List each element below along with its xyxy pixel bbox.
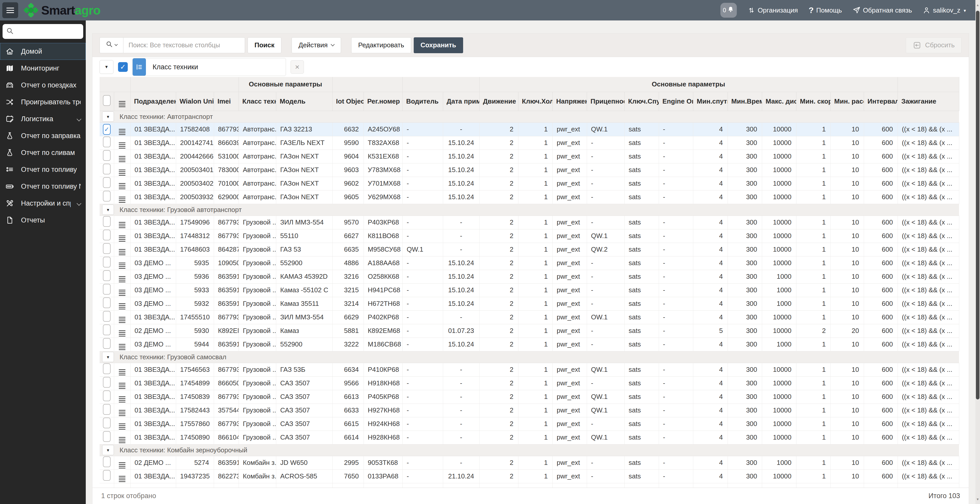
row-checkbox[interactable]: [100, 177, 114, 190]
table-row[interactable]: 01 ЗВЕЗДА...17557860867793036...Грузовой…: [100, 417, 959, 431]
sidebar-search-box[interactable]: [3, 24, 83, 39]
row-menu-button[interactable]: [114, 469, 130, 483]
table-row[interactable]: 01 ЗВЕЗДА...17549096867793036...Грузовой…: [100, 216, 959, 229]
table-row[interactable]: 01 ЗВЕЗДА...17450890866104022...Грузовой…: [100, 431, 959, 444]
table-row[interactable]: 01 ЗВЕЗДА...17450839867793036...Грузовой…: [100, 390, 959, 404]
table-row[interactable]: 03 ДЕМО ...5936863591023...Грузовой ...К…: [100, 270, 959, 283]
row-checkbox[interactable]: [100, 311, 114, 324]
user-menu-item[interactable]: salikov_z ▼: [923, 6, 967, 14]
filter-dropdown-button[interactable]: ▼: [100, 60, 113, 74]
save-button[interactable]: Сохранить: [414, 37, 463, 53]
row-checkbox[interactable]: [100, 283, 114, 297]
sidebar-item-fuel-report-new[interactable]: Отчет по топливу NEW: [0, 178, 86, 195]
row-menu-button[interactable]: [114, 122, 130, 136]
column-header-voditel[interactable]: Водитель: [402, 92, 443, 111]
row-menu-button[interactable]: [114, 324, 130, 338]
column-header-reg-nomer[interactable]: Рег.номер: [364, 92, 402, 111]
actions-button[interactable]: Действия: [291, 37, 341, 53]
table-row[interactable]: 01 ЗВЕЗДА...200503401783000000...Автотра…: [100, 163, 959, 177]
column-header-klass-tekhniki[interactable]: Класс техник: [239, 92, 276, 111]
sidebar-item-track-player[interactable]: Проигрыватель треков: [0, 94, 86, 111]
row-checkbox[interactable]: [100, 229, 114, 242]
row-menu-button[interactable]: [114, 150, 130, 163]
column-header-dvizhenie[interactable]: Движение: [479, 92, 518, 111]
search-scope-button[interactable]: [100, 37, 123, 53]
table-row[interactable]: 03 ДЕМО ...5935109050851...Грузовой ...5…: [100, 256, 959, 270]
row-menu-button[interactable]: [114, 136, 130, 150]
remove-filter-button[interactable]: ×: [291, 60, 304, 74]
row-menu-button[interactable]: [114, 283, 130, 297]
row-checkbox[interactable]: [100, 242, 114, 256]
sidebar-item-refuel-report[interactable]: Отчет по заправкам: [0, 127, 86, 144]
row-checkbox[interactable]: [100, 469, 114, 483]
table-row[interactable]: 01 ЗВЕЗДА...200503402701000001Автотранс.…: [100, 177, 959, 190]
row-checkbox[interactable]: [100, 324, 114, 338]
table-row[interactable]: 02 ДЕМО ...5930К892ЕМ68Грузовой ...Камаз…: [100, 324, 959, 338]
column-header-pricepnoe[interactable]: Прицепное: [587, 92, 624, 111]
column-header-zazhiganie[interactable]: Зажигание: [897, 92, 959, 111]
table-row[interactable]: 01 ЗВЕЗДА...17648603864287039...Грузовой…: [100, 242, 959, 256]
table-row[interactable]: 01 ЗВЕЗДА...17582443357544370...Грузовой…: [100, 404, 959, 417]
row-checkbox[interactable]: ✓: [100, 122, 114, 136]
table-row[interactable]: 02 ДЕМО ...5274863591023...Комбайн з...J…: [100, 456, 959, 469]
row-checkbox[interactable]: [100, 417, 114, 431]
row-menu-button[interactable]: [114, 431, 130, 444]
table-row[interactable]: 01 ЗВЕЗДА...17448312867793036...Грузовой…: [100, 229, 959, 242]
scroll-up-arrow[interactable]: ▲: [975, 1, 980, 9]
table-row[interactable]: 01 ЗВЕЗДА...19437235862273042...Комбайн …: [100, 469, 959, 483]
row-menu-button[interactable]: [114, 338, 130, 351]
row-menu-button[interactable]: [114, 404, 130, 417]
table-row[interactable]: 03 ДЕМО ...5932863591029...Грузовой ...К…: [100, 297, 959, 311]
column-header-klyuch-holost[interactable]: Ключ.Холост: [518, 92, 552, 111]
row-menu-button[interactable]: [114, 297, 130, 311]
column-header-klyuch-sputnik[interactable]: Ключ.Спутни: [624, 92, 659, 111]
row-menu-button[interactable]: [114, 376, 130, 390]
window-scrollbar[interactable]: ▲ ▼: [975, 0, 980, 504]
column-header-min-vremya[interactable]: Мин.Время с: [727, 92, 762, 111]
row-checkbox[interactable]: [100, 404, 114, 417]
filter-checkbox[interactable]: ✓: [118, 62, 128, 72]
row-checkbox[interactable]: [100, 163, 114, 177]
sidebar-item-monitoring[interactable]: Мониторинг: [0, 60, 86, 77]
edit-button[interactable]: Редактировать: [351, 37, 411, 53]
table-row[interactable]: 01 ЗВЕЗДА...17455510867793036...Грузовой…: [100, 311, 959, 324]
notifications-button[interactable]: 0: [721, 3, 737, 17]
row-checkbox[interactable]: [100, 456, 114, 469]
search-input[interactable]: [123, 37, 245, 53]
column-header-data-primen[interactable]: Дата примен: [443, 92, 479, 111]
row-checkbox[interactable]: [100, 150, 114, 163]
group-collapse-button[interactable]: ▼: [102, 352, 114, 362]
row-menu-button[interactable]: [114, 163, 130, 177]
table-row[interactable]: 03 ДЕМО ...5933863591024...Грузовой ...К…: [100, 283, 959, 297]
feedback-menu-item[interactable]: Обратная связь: [853, 6, 912, 14]
column-header-engine-on[interactable]: Engine On Mi: [659, 92, 693, 111]
column-header-maks-distan[interactable]: Макс. дистан: [762, 92, 796, 111]
row-checkbox[interactable]: [100, 190, 114, 204]
table-row[interactable]: 01 ЗВЕЗДА...17546563867793036...Грузовой…: [100, 363, 959, 376]
help-menu-item[interactable]: ? Помощь: [809, 6, 842, 15]
row-menu-button[interactable]: [114, 190, 130, 204]
row-checkbox[interactable]: [100, 270, 114, 283]
group-by-icon-button[interactable]: [133, 58, 146, 76]
table-row[interactable]: 01 ЗВЕЗДА...200503932629000001Автотранс.…: [100, 190, 959, 204]
sidebar-item-trips-report[interactable]: Отчет о поездках: [0, 77, 86, 94]
column-header-napryazhenie[interactable]: Напряжение.: [552, 92, 587, 111]
search-button[interactable]: Поиск: [248, 37, 282, 53]
table-row[interactable]: 03 ДЕМО ...5944863591025...Грузовой ...5…: [100, 338, 959, 351]
scrollbar-thumb[interactable]: [976, 11, 980, 399]
row-menu-button[interactable]: [114, 229, 130, 242]
row-checkbox[interactable]: [100, 376, 114, 390]
row-menu-button[interactable]: [114, 363, 130, 376]
group-collapse-button[interactable]: ▼: [102, 204, 114, 215]
sidebar-item-home[interactable]: Домой: [0, 43, 86, 60]
sidebar-item-logistics[interactable]: Логистика: [0, 111, 86, 127]
row-checkbox[interactable]: [100, 136, 114, 150]
table-row[interactable]: 01 ЗВЕЗДА...200142741866039047...Автотра…: [100, 136, 959, 150]
table-row[interactable]: 01 ЗВЕЗДА...17454899866050039...Грузовой…: [100, 376, 959, 390]
row-menu-button[interactable]: [114, 177, 130, 190]
sidebar-item-fuel-report[interactable]: Отчет по топливу: [0, 161, 86, 178]
column-header-model[interactable]: Модель: [276, 92, 332, 111]
table-row[interactable]: 01 ЗВЕЗДА...200442666531000001Автотранс.…: [100, 150, 959, 163]
row-checkbox[interactable]: [100, 338, 114, 351]
row-menu-button[interactable]: [114, 417, 130, 431]
